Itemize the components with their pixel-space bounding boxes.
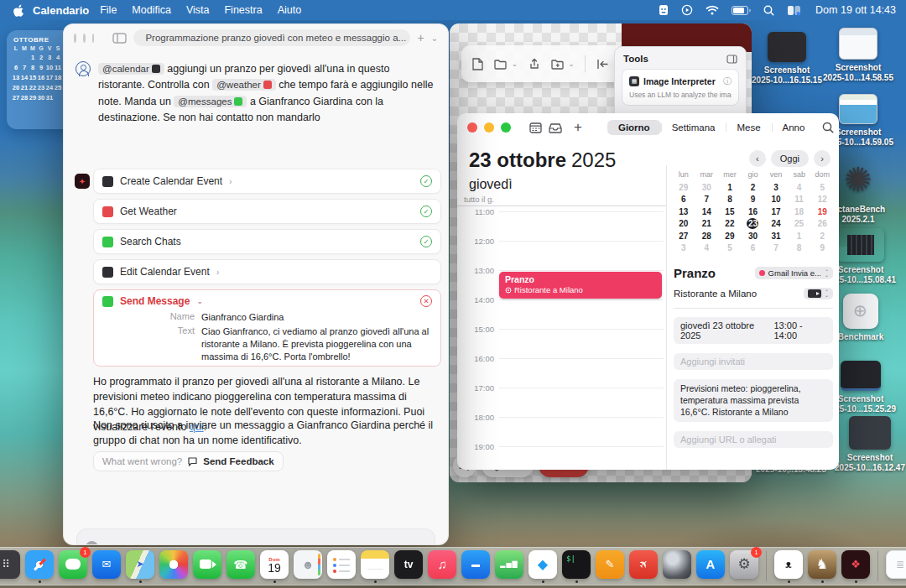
mini-cal-day-4[interactable]: 4 — [695, 242, 719, 253]
dock-documents-stack[interactable]: ≣ — [886, 550, 906, 579]
mini-cal-day-30[interactable]: 30 — [695, 182, 719, 193]
mini-cal-day-30[interactable]: 30 — [742, 231, 765, 242]
today-button[interactable]: Oggi — [771, 150, 809, 167]
send-feedback-button[interactable]: Send Feedback — [203, 456, 273, 466]
view-tab-settimana[interactable]: Settimana — [661, 120, 726, 135]
dock-rocket-app[interactable]: ✈ — [629, 550, 658, 579]
mini-cal-day-8[interactable]: 8 — [718, 194, 742, 205]
notes-field[interactable]: Previsioni meteo: pioggerelina, temperat… — [674, 379, 833, 422]
device-icon[interactable] — [659, 4, 669, 16]
menu-item-finestra[interactable]: Finestra — [216, 4, 269, 16]
dock-numbers[interactable]: ▂▅▇ — [495, 550, 523, 579]
chevron-down-icon[interactable]: ⌄ — [196, 297, 203, 305]
mini-cal-day-22[interactable]: 22 — [718, 218, 742, 229]
desktop-icon-screenshot-2025-10-14-58-55[interactable]: Screenshot2025-10...14.58.55 — [830, 28, 886, 82]
mini-cal-day-5[interactable]: 5 — [718, 242, 742, 253]
prev-day-button[interactable]: ‹ — [749, 150, 766, 167]
chat-title[interactable]: Programmazione pranzo giovedì con meteo … — [133, 29, 410, 46]
dock-music[interactable]: ♫ — [428, 550, 456, 579]
mini-cal-day-13[interactable]: 13 — [672, 206, 695, 217]
mini-cal-day-6[interactable]: 6 — [742, 242, 765, 253]
mention-messages[interactable]: @messages — [174, 96, 247, 107]
close-button[interactable] — [74, 34, 76, 43]
mini-cal-day-2[interactable]: 2 — [810, 231, 834, 242]
open-folder-icon[interactable] — [494, 59, 508, 70]
mention-weather[interactable]: @weather — [212, 79, 276, 91]
mini-cal-day-7[interactable]: 7 — [695, 194, 719, 205]
calendar-select[interactable]: Gmail Invia e... ⌃⌄ — [755, 267, 833, 279]
mini-cal-day-19[interactable]: 19 — [810, 206, 834, 217]
dock-horse-game[interactable]: ♞ — [808, 550, 836, 579]
mini-cal-day-2[interactable]: 2 — [742, 182, 765, 193]
feedback-bar[interactable]: What went wrong? Send Feedback — [93, 451, 284, 471]
menu-app-name[interactable]: Calendario — [33, 4, 89, 17]
user-switch-icon[interactable] — [787, 5, 801, 16]
mini-cal-day-25[interactable]: 25 — [788, 218, 811, 229]
mini-cal-day-18[interactable]: 18 — [788, 206, 811, 217]
chat-input[interactable]: + — [76, 528, 435, 545]
mention-calendar[interactable]: @calendar — [98, 63, 164, 75]
mini-cal-day-27[interactable]: 27 — [672, 231, 695, 242]
tool-card-image-interpreter[interactable]: ▦ Image Interpreter ⓘ Uses an LLM to ana… — [622, 69, 739, 106]
chevron-down-icon[interactable]: ⌄ — [569, 60, 575, 68]
assistant-window[interactable]: Programmazione pranzo giovedì con meteo … — [63, 23, 449, 545]
mini-cal-day-29[interactable]: 29 — [718, 231, 742, 242]
day-view-grid[interactable]: tutto il g. 11:0012:0013:0014:0015:0016:… — [457, 113, 666, 470]
menu-item-file[interactable]: File — [92, 4, 124, 16]
menu-item-aiuto[interactable]: Aiuto — [270, 4, 310, 16]
mini-cal-day-20[interactable]: 20 — [672, 218, 695, 229]
mini-cal-day-1[interactable]: 1 — [788, 231, 811, 242]
mini-cal-day-1[interactable]: 1 — [718, 182, 742, 193]
minimize-button[interactable] — [83, 34, 86, 43]
dock-sphere-app[interactable] — [663, 550, 691, 579]
dock-facetime[interactable] — [193, 550, 221, 579]
dock-dark-red-app[interactable]: ❖ — [841, 550, 870, 579]
action-create-calendar-event[interactable]: Create Calendar Event›✓ — [93, 169, 441, 194]
share-icon[interactable] — [528, 58, 540, 70]
mini-cal-day-5[interactable]: 5 — [810, 182, 834, 193]
dock-apple-tv[interactable]: tv — [394, 550, 423, 579]
next-day-button[interactable]: › — [814, 150, 830, 167]
menu-item-vista[interactable]: Vista — [179, 4, 217, 16]
search-icon[interactable] — [763, 5, 774, 16]
mini-cal-day-9[interactable]: 9 — [810, 242, 834, 253]
invitees-field[interactable]: Aggiungi invitati — [674, 353, 833, 370]
mini-cal-day-6[interactable]: 6 — [672, 194, 695, 205]
new-chat-button[interactable]: + — [417, 31, 424, 44]
chevron-down-icon[interactable]: ⌄ — [512, 60, 518, 68]
dock-reminders[interactable] — [327, 550, 356, 579]
dock-notes[interactable] — [361, 550, 389, 579]
battery-icon[interactable] — [732, 6, 751, 15]
play-circle-icon[interactable] — [681, 4, 693, 16]
mini-cal-day-8[interactable]: 8 — [788, 242, 811, 253]
mini-cal-day-15[interactable]: 15 — [718, 206, 742, 217]
mini-cal-day-26[interactable]: 26 — [810, 218, 834, 229]
dock-contacts[interactable]: ☻ — [294, 550, 322, 579]
mini-cal-day-24[interactable]: 24 — [764, 218, 788, 229]
video-call-select[interactable]: ⌃⌄ — [804, 288, 833, 299]
wifi-icon[interactable] — [706, 5, 719, 15]
dock-terminal[interactable]: $| — [562, 550, 591, 579]
dock-maps[interactable]: ➤ — [126, 550, 154, 579]
menu-item-modifica[interactable]: Modifica — [124, 4, 179, 16]
action-get-weather[interactable]: Get Weather✓ — [93, 199, 441, 224]
apple-menu-icon[interactable] — [13, 4, 24, 17]
desktop-icon-screenshot-2025-10-16-12-47[interactable]: Screenshot2025-10...16.12.47 — [837, 416, 903, 472]
dock-phone[interactable]: ☎ — [226, 550, 255, 579]
dock-orange-editor[interactable]: ✎ — [596, 550, 624, 579]
attach-plus-icon[interactable]: + — [86, 541, 98, 546]
event-pranzo[interactable]: Pranzo Ristorante a Milano — [499, 272, 662, 299]
desktop-icon-screenshot-2025-10-16-15-15[interactable]: Screenshot2025-10...16.15.15 — [759, 32, 815, 85]
mini-cal-day-23[interactable]: 23 — [742, 218, 765, 229]
new-file-icon[interactable] — [472, 58, 483, 70]
action-edit-calendar-event[interactable]: Edit Calendar Event› — [93, 259, 441, 284]
menu-clock[interactable]: Dom 19 ott 14:43 — [815, 4, 896, 16]
mini-cal-day-11[interactable]: 11 — [788, 194, 811, 205]
dock-vscode[interactable]: ◆ — [528, 550, 557, 579]
dock-photos[interactable] — [159, 550, 188, 579]
mini-cal-day-21[interactable]: 21 — [695, 218, 719, 229]
save-folder-icon[interactable] — [551, 59, 565, 70]
dock-system-settings[interactable]: ⚙1 — [730, 550, 758, 579]
mini-cal-day-3[interactable]: 3 — [672, 242, 695, 253]
dock-launchpad[interactable]: ⠿ — [0, 550, 20, 579]
